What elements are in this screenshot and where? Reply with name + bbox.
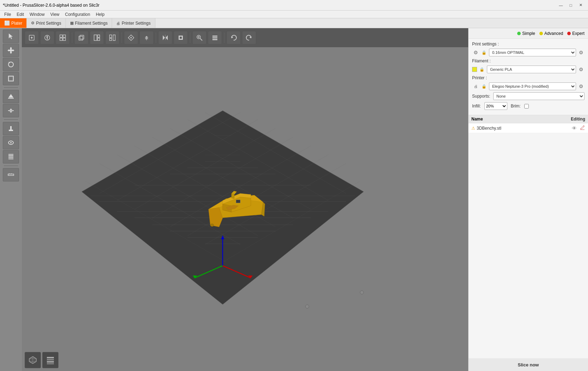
vp-scale-to-fit[interactable] bbox=[124, 31, 138, 44]
printer-select[interactable]: Elegoo Neptune-3 Pro (modified) bbox=[489, 82, 576, 90]
build-area[interactable] bbox=[22, 47, 468, 371]
svg-marker-9 bbox=[8, 94, 13, 98]
svg-marker-4 bbox=[7, 49, 9, 51]
tool-move[interactable] bbox=[3, 44, 19, 57]
printer-icon: 🖨 bbox=[472, 82, 479, 90]
menu-view[interactable]: View bbox=[48, 11, 62, 18]
svg-rect-18 bbox=[8, 159, 13, 159]
svg-rect-14 bbox=[10, 126, 12, 130]
print-settings-row: Print settings : bbox=[472, 42, 584, 47]
tool-variable-layer[interactable] bbox=[3, 150, 19, 163]
print-settings-edit-icon[interactable]: ⚙ bbox=[577, 49, 584, 56]
vp-copy[interactable] bbox=[74, 31, 88, 44]
svg-rect-20 bbox=[8, 155, 13, 156]
vp-reload[interactable] bbox=[174, 31, 188, 44]
object-visibility-icon[interactable]: 👁 bbox=[572, 125, 577, 131]
list-header-editing: Editing bbox=[571, 117, 585, 122]
printer-edit-icon[interactable]: ⚙ bbox=[577, 82, 584, 90]
tab-printer-settings[interactable]: 🖨 Printer Settings bbox=[112, 18, 155, 28]
vp-zoom[interactable] bbox=[192, 31, 206, 44]
object-list-area: Name Editing ⚠ 3DBenchy.stl 👁 bbox=[469, 115, 588, 358]
vp-sep-3 bbox=[156, 32, 156, 43]
menu-configuration[interactable]: Configuration bbox=[62, 11, 93, 18]
svg-rect-42 bbox=[110, 35, 112, 38]
svg-rect-35 bbox=[60, 38, 62, 41]
filament-label-row: Filament : bbox=[472, 58, 584, 63]
svg-marker-31 bbox=[46, 36, 48, 37]
svg-rect-122 bbox=[47, 357, 54, 358]
filament-label: Filament : bbox=[472, 58, 495, 63]
filament-color-swatch[interactable] bbox=[472, 67, 477, 72]
object-list-header: Name Editing bbox=[469, 115, 588, 123]
brim-checkbox[interactable] bbox=[524, 104, 529, 109]
tab-plater[interactable]: ⬜ Plater bbox=[0, 18, 27, 28]
vp-sep-4 bbox=[190, 32, 190, 43]
close-button[interactable]: ✕ bbox=[576, 2, 585, 9]
minimize-button[interactable]: — bbox=[556, 2, 565, 9]
infill-select[interactable]: 20% bbox=[484, 102, 507, 110]
tool-separator-2 bbox=[4, 119, 18, 120]
mode-advanced[interactable]: Advanced bbox=[539, 31, 563, 36]
mode-simple[interactable]: Simple bbox=[517, 31, 535, 36]
menu-help[interactable]: Help bbox=[93, 11, 107, 18]
left-toolbar bbox=[0, 28, 22, 371]
mode-expert[interactable]: Expert bbox=[567, 31, 584, 36]
object-row[interactable]: ⚠ 3DBenchy.stl 👁 bbox=[469, 123, 588, 133]
supports-select[interactable]: None bbox=[493, 92, 584, 100]
tab-print-settings[interactable]: ⚙ Print Settings bbox=[27, 18, 66, 28]
tool-scale[interactable] bbox=[3, 72, 19, 85]
slice-button[interactable]: Slice now bbox=[469, 358, 588, 371]
print-settings-gear-icon[interactable]: ⚙ bbox=[472, 49, 479, 56]
filament-edit-icon[interactable]: ⚙ bbox=[577, 66, 584, 73]
menu-window[interactable]: Window bbox=[27, 11, 48, 18]
vp-redo[interactable] bbox=[242, 31, 256, 44]
vp-split[interactable] bbox=[90, 31, 104, 44]
svg-marker-49 bbox=[166, 35, 168, 40]
menu-edit[interactable]: Edit bbox=[14, 11, 27, 18]
vp-delete[interactable] bbox=[40, 31, 54, 44]
vp-split-parts[interactable] bbox=[105, 31, 119, 44]
tool-ruler[interactable] bbox=[3, 168, 19, 181]
vp-undo[interactable] bbox=[227, 31, 241, 44]
vp-add-object[interactable] bbox=[25, 31, 39, 44]
mode-simple-dot bbox=[517, 32, 521, 35]
vp-layers-view-button[interactable] bbox=[42, 352, 58, 368]
mode-expert-label: Expert bbox=[572, 31, 584, 36]
menu-file[interactable]: File bbox=[1, 11, 14, 18]
printer-label-row: Printer : bbox=[472, 75, 584, 80]
svg-point-17 bbox=[10, 142, 12, 143]
vp-arrange[interactable] bbox=[56, 31, 70, 44]
tabbar: ⬜ Plater ⚙ Print Settings ▦ Filament Set… bbox=[0, 18, 588, 28]
menubar: File Edit Window View Configuration Help bbox=[0, 11, 588, 18]
viewport[interactable] bbox=[22, 28, 468, 371]
tab-filament-settings[interactable]: ▦ Filament Settings bbox=[66, 18, 112, 28]
tool-rotate[interactable] bbox=[3, 58, 19, 71]
tool-select[interactable] bbox=[3, 30, 19, 43]
tool-flatten[interactable] bbox=[3, 90, 19, 103]
vp-3d-view-button[interactable] bbox=[25, 352, 41, 368]
vp-mirror[interactable] bbox=[158, 31, 172, 44]
svg-rect-19 bbox=[8, 157, 13, 158]
svg-rect-21 bbox=[8, 154, 13, 155]
mode-expert-dot bbox=[567, 32, 571, 35]
filament-select[interactable]: Generic PLA bbox=[487, 66, 576, 73]
object-edit-icon[interactable] bbox=[580, 125, 585, 131]
print-settings-lock-icon: 🔒 bbox=[481, 49, 488, 56]
tool-seam[interactable] bbox=[3, 136, 19, 149]
svg-rect-38 bbox=[80, 35, 84, 39]
print-settings-select[interactable]: 0.16mm OPTIMAL bbox=[489, 49, 576, 56]
infill-label: Infill: bbox=[472, 104, 481, 109]
mode-advanced-dot bbox=[539, 32, 543, 35]
vp-auto-orient[interactable] bbox=[140, 31, 154, 44]
maximize-button[interactable]: □ bbox=[566, 2, 575, 9]
printer-label: Printer : bbox=[472, 75, 495, 80]
svg-marker-63 bbox=[249, 36, 251, 38]
build-plate bbox=[71, 100, 374, 319]
right-panel: Simple Advanced Expert Print settings : … bbox=[468, 28, 588, 371]
object-name: 3DBenchy.stl bbox=[477, 126, 572, 131]
vp-layers[interactable] bbox=[208, 31, 222, 44]
svg-rect-61 bbox=[212, 39, 217, 40]
tool-cut[interactable] bbox=[3, 104, 19, 117]
svg-point-46 bbox=[130, 37, 132, 38]
tool-paint-support[interactable] bbox=[3, 122, 19, 135]
